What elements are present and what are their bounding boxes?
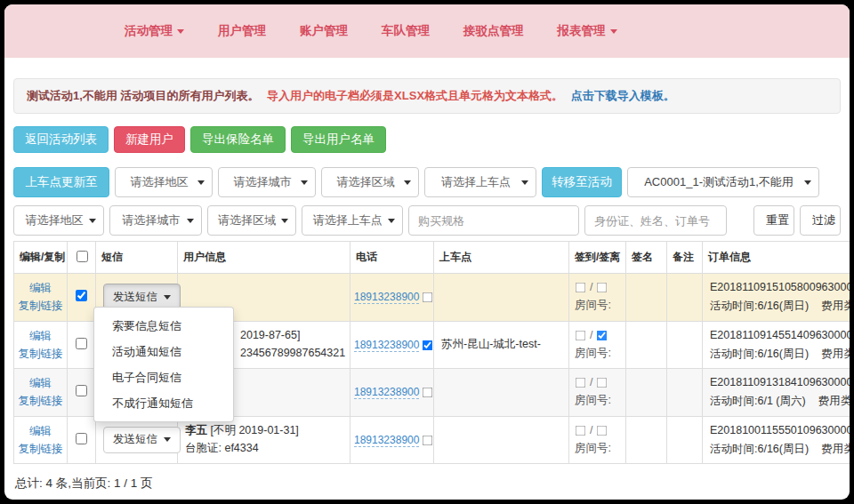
nav-shuttle-point-management[interactable]: 接驳点管理 [463, 23, 524, 39]
row-select-checkbox[interactable] [76, 338, 87, 349]
sms-menu-item-request-info[interactable]: 索要信息短信 [94, 313, 233, 339]
edit-link[interactable]: 编辑 [29, 282, 52, 294]
send-sms-button[interactable]: 发送短信 [103, 427, 181, 453]
region-filter-select[interactable]: 请选择地区 [13, 205, 104, 236]
checkin-checkbox[interactable] [576, 283, 586, 293]
pickup-cell [434, 274, 569, 322]
phone-select-checkbox[interactable] [423, 436, 433, 446]
district-select[interactable]: 请选择区域 [321, 167, 419, 197]
checkout-checkbox[interactable] [597, 378, 608, 388]
room-label: 房间号: [575, 393, 620, 408]
top-navbar: 活动管理 用户管理 账户管理 车队管理 接驳点管理 报表管理 [4, 4, 850, 58]
back-to-activity-list-button[interactable]: 返回活动列表 [13, 126, 109, 153]
order-fee-type: 费用类型 [821, 443, 850, 455]
checkout-checkbox[interactable] [597, 330, 608, 340]
user-doc-info: 台胞证: ef4334 [185, 440, 342, 457]
filter-button[interactable]: 过滤 [800, 205, 841, 236]
pagination-summary: 总计: 4 条,当前页: 1 / 1 页 [13, 476, 841, 492]
edit-link[interactable]: 编辑 [29, 425, 52, 437]
table-header-row: 编辑/复制 短信 用户信息 电话 上车点 签到/签离 签名 备注 订单信息 [14, 242, 850, 274]
update-pickup-button[interactable]: 上车点更新至 [13, 167, 109, 197]
col-header-select [68, 242, 96, 274]
signature-cell [626, 416, 667, 464]
checkout-checkbox[interactable] [597, 283, 608, 293]
phone-cell: 18913238900 [350, 369, 434, 417]
checkin-checkbox[interactable] [576, 425, 586, 436]
user-id-info: [不明 2019-01-31] [207, 424, 299, 436]
edit-cell: 编辑 复制链接 [14, 369, 68, 417]
order-activity-time: 活动时间:6/16(周日) [710, 348, 809, 360]
chevron-down-icon [164, 437, 171, 442]
slash-divider: / [590, 376, 592, 388]
city-filter-select[interactable]: 请选择城市 [109, 205, 202, 236]
export-insurance-list-button[interactable]: 导出保险名单 [190, 126, 286, 153]
phone-link[interactable]: 18913238900 [354, 434, 419, 447]
phone-cell: 18913238900 [350, 321, 434, 369]
new-user-button[interactable]: 新建用户 [114, 126, 185, 153]
row-select-checkbox[interactable] [76, 385, 87, 396]
select-cell [68, 369, 96, 417]
order-cell: E201811091318410963000031 活动时间:6/1 (周六)费… [703, 369, 850, 417]
sms-menu-item-e-contract[interactable]: 电子合同短信 [94, 364, 233, 390]
nav-fleet-management[interactable]: 车队管理 [382, 23, 430, 39]
sms-cell: 发送短信 [96, 416, 178, 464]
phone-link[interactable]: 18913238900 [354, 339, 419, 352]
row-select-checkbox[interactable] [76, 433, 87, 444]
row-select-checkbox[interactable] [76, 290, 87, 301]
copy-link[interactable]: 复制链接 [19, 300, 63, 312]
chevron-down-icon [281, 219, 288, 223]
phone-select-checkbox[interactable] [423, 340, 433, 351]
edit-link[interactable]: 编辑 [29, 330, 52, 342]
download-template-link[interactable]: 点击下载导入模板。 [571, 89, 675, 102]
app-window: 活动管理 用户管理 账户管理 车队管理 接驳点管理 报表管理 测试活动1,不能用… [4, 4, 850, 500]
checkin-checkbox[interactable] [576, 330, 586, 340]
pickup-cell [434, 416, 569, 464]
nav-report-management[interactable]: 报表管理 [558, 23, 617, 39]
phone-link[interactable]: 18913238900 [354, 386, 419, 399]
select-value: 请选择地区 [25, 212, 83, 228]
city-select[interactable]: 请选择城市 [218, 167, 316, 197]
activity-select[interactable]: AC0001_1-测试活动1,不能用 [627, 167, 819, 197]
district-filter-select[interactable]: 请选择区域 [207, 205, 296, 236]
transfer-to-activity-button[interactable]: 转移至活动 [542, 167, 622, 197]
note-cell [667, 369, 703, 417]
signature-cell [626, 369, 667, 417]
phone-link[interactable]: 18913238900 [354, 291, 419, 304]
checkout-checkbox[interactable] [597, 425, 608, 436]
reset-button[interactable]: 重置 [753, 205, 794, 236]
search-input[interactable] [584, 205, 727, 236]
copy-link[interactable]: 复制链接 [19, 348, 63, 360]
sign-cell: / 房间号: [569, 416, 626, 464]
note-cell [667, 274, 703, 322]
copy-link[interactable]: 复制链接 [19, 443, 63, 455]
sms-menu-item-cancel-notice[interactable]: 不成行通知短信 [94, 390, 233, 416]
pickup-cell: 苏州-昆山-城北-test- [434, 321, 569, 369]
sign-cell: / 房间号: [569, 274, 626, 322]
phone-select-checkbox[interactable] [423, 292, 433, 303]
action-toolbar: 返回活动列表 新建用户 导出保险名单 导出用户名单 [13, 126, 841, 153]
sms-menu-item-activity-notice[interactable]: 活动通知短信 [94, 339, 233, 364]
checkin-checkbox[interactable] [576, 378, 586, 388]
region-select[interactable]: 请选择地区 [115, 167, 213, 197]
phone-select-checkbox[interactable] [423, 388, 433, 398]
nav-activity-management[interactable]: 活动管理 [125, 23, 184, 39]
select-cell [68, 274, 96, 322]
pickup-filter-select[interactable]: 请选择上车点 [302, 205, 403, 236]
purchase-spec-input[interactable] [408, 205, 579, 236]
nav-account-management[interactable]: 账户管理 [300, 23, 348, 39]
chevron-down-icon [521, 180, 528, 185]
copy-link[interactable]: 复制链接 [19, 395, 63, 407]
chevron-down-icon [301, 180, 308, 185]
edit-link[interactable]: 编辑 [29, 377, 52, 389]
nav-user-management[interactable]: 用户管理 [218, 23, 266, 39]
user-name: 李五 [185, 424, 207, 436]
nav-label: 车队管理 [382, 23, 430, 39]
chevron-down-icon [404, 180, 411, 185]
chevron-down-icon [197, 180, 205, 185]
select-value: 请选择城市 [122, 212, 180, 228]
select-all-checkbox[interactable] [77, 251, 88, 262]
nav-label: 用户管理 [218, 23, 266, 39]
pickup-point-select[interactable]: 请选择上车点 [424, 167, 536, 197]
export-user-list-button[interactable]: 导出用户名单 [291, 126, 386, 153]
slash-divider: / [590, 281, 592, 293]
